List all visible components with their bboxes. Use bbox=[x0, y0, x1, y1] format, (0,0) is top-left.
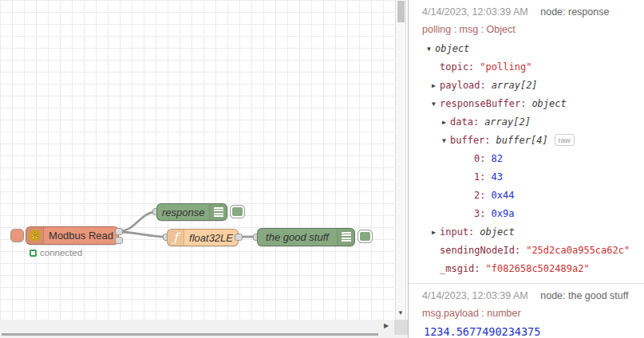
tree-value: object bbox=[531, 98, 566, 109]
debug-message[interactable]: 4/14/2023, 12:03:39 AM node: response po… bbox=[409, 0, 644, 283]
horizontal-scrollbar-thumb[interactable] bbox=[2, 333, 378, 336]
modbus-node-iconbox: ✻ bbox=[26, 227, 44, 244]
tree-row: ▼buffer:buffer[4]raw bbox=[442, 132, 638, 150]
modbus-node-button[interactable] bbox=[10, 229, 24, 242]
tree-key: input: bbox=[440, 226, 474, 238]
tree-value: array[2] bbox=[492, 80, 538, 91]
caret-closed-icon[interactable]: ▶ bbox=[432, 223, 440, 242]
tree-row: 2:0x44 bbox=[466, 187, 638, 205]
payload-number-value: 1234.5677490234375 bbox=[422, 325, 638, 338]
vertical-scrollbar-thumb[interactable] bbox=[397, 1, 405, 22]
node-label: float32LE bbox=[184, 230, 238, 246]
canvas-vertical-scrollbar[interactable]: ▼ bbox=[395, 0, 406, 320]
tree-row: 1:43 bbox=[466, 168, 638, 187]
tree-row: ▶payload:array[2] bbox=[432, 77, 638, 95]
tree-row: ▼responseBuffer:object bbox=[432, 95, 638, 113]
status-connected-icon bbox=[30, 250, 37, 257]
raw-toggle-button[interactable]: raw bbox=[555, 134, 575, 146]
caret-open-icon[interactable]: ▼ bbox=[427, 40, 435, 58]
caret-open-icon[interactable]: ▼ bbox=[432, 95, 440, 113]
node-float32le[interactable]: ƒ float32LE bbox=[167, 229, 239, 246]
tree-value: 82 bbox=[491, 153, 502, 164]
status-text: connected bbox=[40, 248, 82, 257]
modbus-icon: ✻ bbox=[29, 230, 41, 242]
tree-key: responseBuffer: bbox=[440, 98, 526, 109]
tree-key: sendingNodeId: bbox=[440, 245, 520, 256]
tree-row: 3:0x9a bbox=[466, 205, 638, 223]
response-console-iconbox bbox=[209, 204, 227, 220]
tree-value: array[2] bbox=[484, 116, 531, 128]
debug-message-header: 4/14/2023, 12:03:39 AM node: response bbox=[422, 6, 638, 19]
tree-key: buffer: bbox=[450, 135, 491, 146]
debug-message-header: 4/14/2023, 12:03:39 AM node: the good st… bbox=[422, 290, 638, 303]
goodstuff-console-iconbox bbox=[337, 229, 354, 246]
flow-canvas[interactable]: ✻ Modbus Read connected response ƒ float… bbox=[0, 0, 408, 338]
modbus-status: connected bbox=[30, 248, 82, 257]
source-node-label: node: the good stuff bbox=[540, 290, 628, 301]
function-output-port[interactable] bbox=[235, 234, 243, 241]
scrollbar-corner bbox=[394, 320, 408, 335]
tree-key: 3: bbox=[474, 208, 485, 219]
caret-closed-icon[interactable]: ▶ bbox=[432, 77, 440, 95]
scroll-right-icon[interactable]: ▶ bbox=[384, 322, 393, 329]
timestamp: 4/14/2023, 12:03:39 AM bbox=[422, 290, 528, 301]
tree-value: "polling" bbox=[480, 61, 531, 73]
message-topic-path: msg.payload : number bbox=[422, 308, 638, 321]
tree-key: 1: bbox=[474, 171, 485, 183]
caret-open-icon[interactable]: ▼ bbox=[442, 132, 450, 150]
response-toggle-button[interactable] bbox=[230, 205, 245, 218]
node-label: response bbox=[157, 204, 209, 220]
tree-value: "f082658c502489a2" bbox=[486, 263, 590, 274]
modbus-output-port-1[interactable] bbox=[115, 228, 123, 235]
goodstuff-toggle-button[interactable] bbox=[358, 230, 373, 243]
tree-row: ▼object bbox=[427, 40, 638, 58]
tree-value: object bbox=[435, 43, 469, 54]
node-label: Modbus Read bbox=[44, 227, 118, 244]
tree-value: 0x44 bbox=[491, 190, 514, 201]
tree-row: ▶input:object bbox=[432, 223, 638, 242]
tree-value: 43 bbox=[491, 171, 502, 183]
debug-console-icon bbox=[214, 207, 223, 218]
debug-sidebar[interactable]: 4/14/2023, 12:03:39 AM node: response po… bbox=[408, 0, 644, 338]
node-the-good-stuff[interactable]: the good stuff bbox=[257, 228, 355, 246]
debug-console-icon bbox=[342, 232, 351, 242]
node-response[interactable]: response bbox=[156, 203, 227, 221]
tree-key: topic: bbox=[440, 61, 474, 73]
modbus-output-port-2[interactable] bbox=[115, 237, 123, 244]
tree-value: 0x9a bbox=[491, 208, 514, 219]
source-node-label: node: response bbox=[540, 6, 609, 18]
tree-key: data: bbox=[450, 116, 479, 128]
tree-value: buffer[4] bbox=[496, 135, 548, 146]
tree-row: sendingNodeId:"25d2ca0a955ca62c" bbox=[432, 242, 638, 260]
tree-key: payload: bbox=[440, 80, 486, 91]
node-label: the good stuff bbox=[258, 229, 337, 246]
object-tree: ▼object topic:"polling" ▶payload:array[2… bbox=[422, 40, 638, 278]
function-icon: ƒ bbox=[173, 232, 178, 244]
tree-row: _msgid:"f082658c502489a2" bbox=[432, 260, 638, 278]
debug-message[interactable]: 4/14/2023, 12:03:39 AM node: the good st… bbox=[409, 283, 644, 338]
wire-modbus-function[interactable] bbox=[119, 232, 166, 237]
tree-key: 0: bbox=[474, 153, 485, 164]
message-topic-path: polling : msg : Object bbox=[422, 24, 638, 37]
tree-key: _msgid: bbox=[440, 263, 480, 274]
tree-row: 0:82 bbox=[466, 150, 638, 168]
tree-value: object bbox=[480, 226, 514, 238]
tree-value: "25d2ca0a955ca62c" bbox=[526, 245, 630, 256]
scroll-down-icon[interactable]: ▼ bbox=[396, 309, 405, 316]
caret-closed-icon[interactable]: ▶ bbox=[442, 113, 450, 132]
wire-layer bbox=[0, 0, 408, 338]
canvas-horizontal-scrollbar[interactable]: ▶ bbox=[0, 320, 408, 338]
tree-key: 2: bbox=[474, 190, 485, 201]
wire-modbus-response[interactable] bbox=[119, 212, 156, 231]
tree-row: topic:"polling" bbox=[432, 58, 638, 77]
tree-row: ▶data:array[2] bbox=[442, 113, 638, 132]
node-modbus-read[interactable]: ✻ Modbus Read bbox=[26, 226, 119, 245]
function-iconbox: ƒ bbox=[168, 230, 184, 246]
timestamp: 4/14/2023, 12:03:39 AM bbox=[422, 6, 528, 18]
